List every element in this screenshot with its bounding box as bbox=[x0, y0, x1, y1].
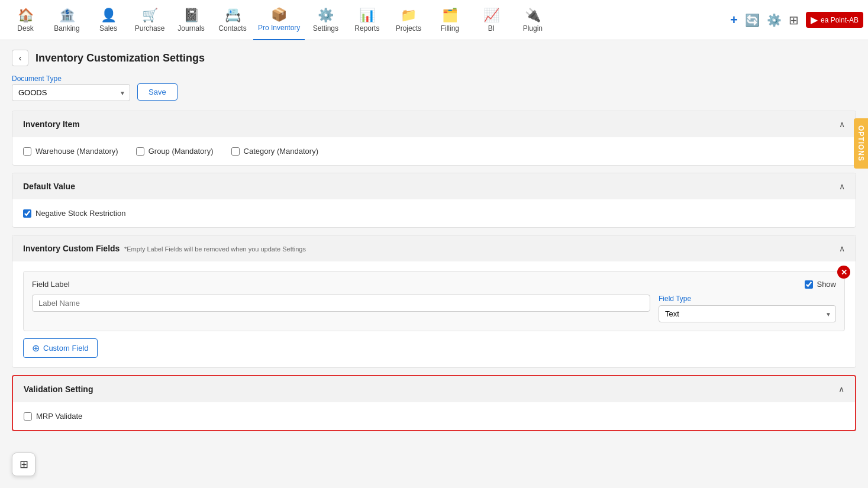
custom-fields-title-wrap: Inventory Custom Fields *Empty Label Fie… bbox=[23, 244, 306, 253]
bi-icon: 📈 bbox=[483, 8, 499, 23]
nav-item-projects[interactable]: 📁 Projects bbox=[388, 0, 429, 40]
custom-fields-section: Inventory Custom Fields *Empty Label Fie… bbox=[12, 235, 856, 368]
label-input-wrap bbox=[32, 295, 650, 312]
label-name-input[interactable] bbox=[32, 295, 650, 312]
add-custom-field-label: Custom Field bbox=[43, 344, 89, 353]
grid-button[interactable]: ⊞ bbox=[12, 453, 36, 476]
field-type-select-wrapper: TextNumberDateBoolean bbox=[659, 305, 836, 322]
inventory-item-title: Inventory Item bbox=[23, 119, 80, 129]
inventory-item-chevron: ∧ bbox=[839, 119, 845, 129]
contacts-icon: 📇 bbox=[225, 8, 241, 23]
show-checkbox[interactable] bbox=[805, 280, 813, 289]
plugin-label: Plugin bbox=[523, 24, 543, 33]
nav-item-pro-inventory[interactable]: 📦 Pro Inventory bbox=[253, 0, 305, 40]
custom-fields-body: ✕ Field Label Show Field Type bbox=[12, 261, 856, 367]
nav-item-plugin[interactable]: 🔌 Plugin bbox=[512, 0, 553, 40]
journals-icon: 📓 bbox=[183, 8, 199, 23]
nav-item-banking[interactable]: 🏦 Banking bbox=[46, 0, 88, 40]
desk-icon: 🏠 bbox=[18, 8, 34, 23]
nav-item-settings[interactable]: ⚙️ Settings bbox=[305, 0, 346, 40]
mrp-validate-label: MRP Validate bbox=[36, 412, 82, 421]
validation-header[interactable]: Validation Setting ∧ bbox=[13, 376, 855, 402]
warehouse-label: Warehouse (Mandatory) bbox=[36, 147, 118, 156]
youtube-label: ea Point-AB bbox=[821, 16, 859, 24]
options-label: OPTIONS bbox=[857, 125, 865, 161]
warehouse-checkbox-item[interactable]: Warehouse (Mandatory) bbox=[23, 147, 118, 156]
negative-stock-checkbox[interactable] bbox=[23, 209, 31, 218]
nav-item-bi[interactable]: 📈 BI bbox=[470, 0, 512, 40]
inventory-item-header[interactable]: Inventory Item ∧ bbox=[12, 111, 856, 137]
add-custom-field-button[interactable]: ⊕ Custom Field bbox=[23, 338, 98, 358]
field-inputs: Field Type TextNumberDateBoolean bbox=[32, 295, 836, 322]
field-label-title: Field Label bbox=[32, 280, 70, 289]
nav-item-sales[interactable]: 👤 Sales bbox=[88, 0, 129, 40]
custom-fields-chevron: ∧ bbox=[839, 244, 845, 253]
options-sidebar[interactable]: OPTIONS bbox=[854, 118, 868, 169]
remove-field-button[interactable]: ✕ bbox=[837, 266, 850, 279]
add-icon[interactable]: + bbox=[730, 12, 738, 28]
settings-label: Settings bbox=[313, 24, 338, 33]
custom-fields-title: Inventory Custom Fields bbox=[23, 244, 120, 253]
validation-section: Validation Setting ∧ MRP Validate bbox=[12, 375, 856, 431]
warehouse-checkbox[interactable] bbox=[23, 147, 31, 156]
group-checkbox-item[interactable]: Group (Mandatory) bbox=[136, 147, 214, 156]
grid-view-icon[interactable]: ⊞ bbox=[789, 13, 799, 27]
bi-label: BI bbox=[488, 24, 495, 33]
page-header: ‹ Inventory Customization Settings bbox=[12, 50, 856, 66]
default-value-title: Default Value bbox=[23, 182, 75, 191]
pro-inventory-label: Pro Inventory bbox=[258, 24, 300, 32]
custom-fields-subtitle: *Empty Label Fields will be removed when… bbox=[124, 245, 306, 253]
settings-icon[interactable]: ⚙️ bbox=[767, 13, 782, 27]
nav-item-filling[interactable]: 🗂️ Filling bbox=[429, 0, 470, 40]
reports-label: Reports bbox=[354, 24, 379, 33]
doc-type-select[interactable]: GOODSSERVICEMATERIAL bbox=[12, 84, 130, 101]
show-label: Show bbox=[817, 280, 836, 289]
show-checkbox-item[interactable]: Show bbox=[805, 280, 836, 289]
default-value-chevron: ∧ bbox=[839, 182, 845, 191]
validation-title: Validation Setting bbox=[24, 384, 93, 394]
sync-icon[interactable]: 🔄 bbox=[745, 13, 760, 27]
plugin-icon: 🔌 bbox=[525, 8, 541, 23]
category-checkbox-item[interactable]: Category (Mandatory) bbox=[231, 147, 318, 156]
pro-inventory-icon: 📦 bbox=[271, 7, 287, 22]
purchase-icon: 🛒 bbox=[142, 8, 158, 23]
doc-type-label: Document Type bbox=[12, 75, 130, 83]
field-type-select[interactable]: TextNumberDateBoolean bbox=[659, 305, 836, 322]
validation-body: MRP Validate bbox=[13, 402, 855, 430]
mrp-validate-checkbox-item[interactable]: MRP Validate bbox=[24, 412, 844, 421]
nav-item-journals[interactable]: 📓 Journals bbox=[170, 0, 212, 40]
back-icon: ‹ bbox=[19, 53, 22, 63]
field-type-label: Field Type bbox=[659, 295, 836, 303]
add-icon: ⊕ bbox=[32, 342, 40, 354]
default-value-body: Negative Stock Restriction bbox=[12, 199, 856, 227]
default-value-header[interactable]: Default Value ∧ bbox=[12, 173, 856, 199]
category-checkbox[interactable] bbox=[231, 147, 240, 156]
filling-label: Filling bbox=[441, 24, 459, 33]
save-button[interactable]: Save bbox=[137, 83, 178, 101]
negative-stock-checkbox-item[interactable]: Negative Stock Restriction bbox=[23, 209, 845, 218]
youtube-icon: ▶ bbox=[811, 14, 818, 25]
youtube-button[interactable]: ▶ ea Point-AB bbox=[806, 12, 863, 28]
nav-item-reports[interactable]: 📊 Reports bbox=[346, 0, 388, 40]
group-checkbox[interactable] bbox=[136, 147, 144, 156]
nav-item-contacts[interactable]: 📇 Contacts bbox=[212, 0, 253, 40]
mrp-validate-checkbox[interactable] bbox=[24, 412, 32, 421]
group-label: Group (Mandatory) bbox=[149, 147, 214, 156]
nav-right: + 🔄 ⚙️ ⊞ ▶ ea Point-AB bbox=[730, 12, 863, 28]
journals-label: Journals bbox=[178, 24, 204, 33]
nav-item-desk[interactable]: 🏠 Desk bbox=[5, 0, 46, 40]
sales-icon: 👤 bbox=[101, 8, 117, 23]
validation-chevron: ∧ bbox=[838, 384, 844, 394]
custom-fields-header[interactable]: Inventory Custom Fields *Empty Label Fie… bbox=[12, 235, 856, 261]
custom-field-row: ✕ Field Label Show Field Type bbox=[23, 271, 845, 331]
doc-type-select-wrapper: GOODSSERVICEMATERIAL bbox=[12, 84, 130, 101]
page-title: Inventory Customization Settings bbox=[36, 52, 205, 64]
default-value-section: Default Value ∧ Negative Stock Restricti… bbox=[12, 173, 856, 228]
projects-label: Projects bbox=[396, 24, 421, 33]
main-content: ‹ Inventory Customization Settings Docum… bbox=[0, 40, 868, 488]
nav-item-purchase[interactable]: 🛒 Purchase bbox=[129, 0, 170, 40]
banking-label: Banking bbox=[54, 24, 79, 33]
back-button[interactable]: ‹ bbox=[12, 50, 28, 66]
contacts-label: Contacts bbox=[218, 24, 246, 33]
category-label: Category (Mandatory) bbox=[244, 147, 318, 156]
